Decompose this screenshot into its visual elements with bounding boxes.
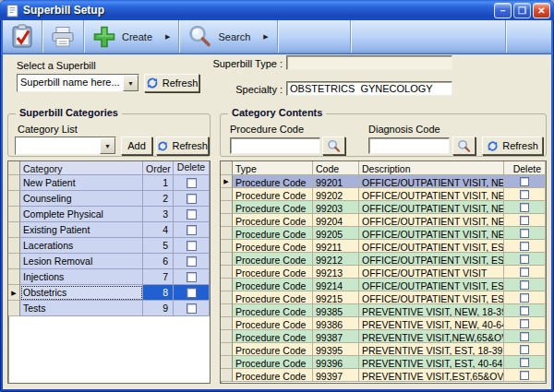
type-cell[interactable]: Procedure Code (233, 188, 313, 201)
diagnosis-search-button[interactable] (452, 137, 476, 155)
delete-checkbox[interactable] (520, 242, 529, 251)
description-cell[interactable]: OFFICE/OUTPATIENT VISIT, NEW (359, 227, 504, 240)
delete-checkbox[interactable] (187, 194, 197, 204)
table-row[interactable]: Obstetrics 8 (8, 285, 210, 301)
description-cell[interactable]: OFFICE/OUTPATIENT VISIT, NEW (359, 175, 504, 188)
table-row[interactable]: Procedure Code 99211 OFFICE/OUTPATIENT V… (221, 240, 546, 253)
code-cell[interactable]: 99203 (313, 201, 359, 214)
code-cell[interactable]: 99202 (313, 188, 359, 201)
row-selector[interactable] (8, 238, 20, 254)
type-cell[interactable]: Procedure Code (233, 279, 313, 291)
category-cell[interactable]: Existing Patient (20, 222, 143, 238)
order-cell[interactable]: 4 (143, 222, 174, 238)
delete-checkbox[interactable] (187, 272, 197, 282)
description-cell[interactable]: OFFICE/OUTPATIENT VISIT, NEW (359, 214, 504, 227)
delete-checkbox[interactable] (187, 288, 197, 298)
row-selector[interactable] (8, 207, 20, 222)
contents-refresh-button[interactable]: Refresh (482, 137, 543, 155)
row-selector[interactable] (221, 266, 233, 279)
table-row[interactable]: Tests 9 (8, 301, 210, 316)
row-selector[interactable] (8, 269, 20, 285)
row-selector[interactable] (8, 285, 20, 301)
description-cell[interactable]: PREVENTIVE VISIT, NEW, 18-39 (359, 304, 504, 317)
table-row[interactable]: Procedure Code 99202 OFFICE/OUTPATIENT V… (221, 188, 546, 201)
category-list-combobox[interactable]: ▼ (15, 137, 116, 155)
table-row[interactable]: Procedure Code 99386 PREVENTIVE VISIT, N… (221, 317, 546, 330)
table-row[interactable]: Procedure Code 99215 OFFICE/OUTPATIENT V… (221, 291, 546, 304)
table-row[interactable]: Complete Physical 3 (8, 207, 210, 222)
description-cell[interactable]: OFFICE/OUTPATIENT VISIT, EST (359, 253, 504, 266)
order-cell[interactable]: 6 (143, 254, 174, 269)
delete-checkbox[interactable] (520, 371, 529, 380)
delete-checkbox[interactable] (187, 178, 197, 188)
minimize-button[interactable]: – (494, 3, 512, 18)
row-selector[interactable] (221, 291, 233, 304)
header-cell-code[interactable]: Code (313, 161, 359, 175)
table-row[interactable]: Procedure Code 99201 OFFICE/OUTPATIENT V… (221, 175, 546, 188)
type-cell[interactable]: Procedure Code (233, 317, 313, 330)
delete-checkbox[interactable] (187, 225, 197, 235)
row-selector[interactable] (221, 175, 233, 188)
table-row[interactable]: New Patient 1 (8, 175, 210, 191)
row-selector[interactable] (221, 343, 233, 356)
row-selector[interactable] (8, 222, 20, 238)
table-row[interactable]: Procedure Code 99385 PREVENTIVE VISIT, N… (221, 304, 546, 317)
row-selector[interactable] (221, 253, 233, 266)
description-cell[interactable]: PREVENTIVE VISIT,NEW,65&OVER (359, 330, 504, 343)
description-cell[interactable]: OFFICE/OUTPATIENT VISIT, NEW (359, 188, 504, 201)
add-button[interactable]: Add (121, 137, 152, 155)
code-cell[interactable]: 99212 (313, 253, 359, 266)
type-cell[interactable]: Procedure Code (233, 343, 313, 356)
table-row[interactable]: Procedure Code 99214 OFFICE/OUTPATIENT V… (221, 279, 546, 291)
description-cell[interactable]: OFFICE/OUTPATIENT VISIT, EST (359, 240, 504, 253)
code-cell[interactable]: 99214 (313, 279, 359, 291)
procedure-search-button[interactable] (322, 137, 345, 155)
category-cell[interactable]: Tests (20, 301, 143, 316)
description-cell[interactable]: PREVENTIVE VISIT, EST, 18-39 (359, 343, 504, 356)
table-row[interactable]: Procedure Code 99205 OFFICE/OUTPATIENT V… (221, 227, 546, 240)
code-cell[interactable]: 99215 (313, 291, 359, 304)
delete-checkbox[interactable] (520, 267, 529, 277)
diagnosis-code-input[interactable] (369, 138, 449, 153)
order-cell[interactable]: 7 (143, 269, 174, 285)
delete-checkbox[interactable] (520, 190, 529, 199)
table-row[interactable]: Injections 7 (8, 269, 210, 285)
header-cell-category[interactable]: Category (20, 161, 143, 175)
delete-checkbox[interactable] (187, 256, 197, 267)
code-cell[interactable]: 99213 (313, 266, 359, 279)
delete-checkbox[interactable] (520, 358, 529, 367)
code-cell[interactable]: 99201 (313, 175, 359, 188)
type-cell[interactable]: Procedure Code (233, 356, 313, 369)
category-cell[interactable]: Complete Physical (20, 207, 143, 222)
category-cell[interactable]: Counseling (20, 191, 143, 207)
row-selector[interactable] (8, 301, 20, 316)
code-cell[interactable]: 99211 (313, 240, 359, 253)
type-cell[interactable]: Procedure Code (233, 175, 313, 188)
type-cell[interactable]: Procedure Code (233, 266, 313, 279)
delete-checkbox[interactable] (520, 229, 529, 238)
header-cell-delete[interactable]: Delete (504, 161, 546, 175)
description-cell[interactable]: PREVENTIVE VISIT, EST, 40-64 (359, 356, 504, 369)
row-selector[interactable] (221, 279, 233, 291)
table-row[interactable]: Counseling 2 (8, 191, 210, 207)
row-selector[interactable] (221, 201, 233, 214)
description-cell[interactable]: PREVENTIVE VISIT,EST,65&OVER (359, 369, 504, 382)
type-cell[interactable]: Procedure Code (233, 201, 313, 214)
type-cell[interactable]: Procedure Code (233, 304, 313, 317)
description-cell[interactable]: OFFICE/OUTPATIENT VISIT, EST (359, 291, 504, 304)
header-cell-delete[interactable]: Delete (174, 161, 210, 175)
header-cell-order[interactable]: Order (143, 161, 174, 175)
category-cell[interactable]: Lacerations (20, 238, 143, 254)
table-row[interactable]: Procedure Code 99397 PREVENTIVE VISIT,ES… (221, 369, 546, 382)
table-row[interactable]: Procedure Code 99387 PREVENTIVE VISIT,NE… (221, 330, 546, 343)
delete-checkbox[interactable] (520, 332, 529, 341)
code-cell[interactable]: 99387 (313, 330, 359, 343)
row-selector[interactable] (221, 330, 233, 343)
row-selector[interactable] (221, 304, 233, 317)
superbill-combobox[interactable]: Superbill name here... ▼ (17, 74, 139, 92)
type-cell[interactable]: Procedure Code (233, 240, 313, 253)
row-selector[interactable] (221, 227, 233, 240)
row-selector[interactable] (221, 356, 233, 369)
description-cell[interactable]: OFFICE/OUTPATIENT VISIT (359, 266, 504, 279)
order-cell[interactable]: 2 (143, 191, 174, 207)
